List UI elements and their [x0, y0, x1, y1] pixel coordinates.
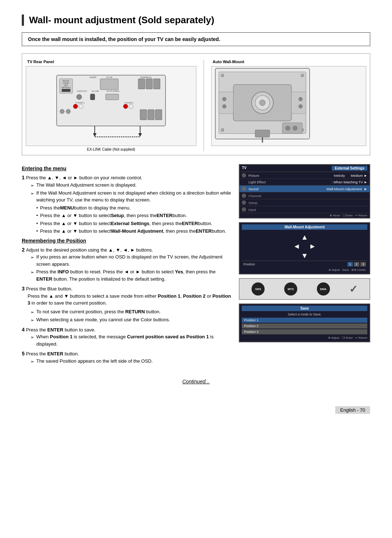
main-content: Entering the menu 1 Press the ▲, ▼, ◄ or…: [22, 164, 370, 368]
checkmark-icon: ✓: [349, 283, 358, 295]
section-heading-remembering: Remembering the Position: [22, 238, 232, 244]
arrow-right: ►: [309, 242, 316, 250]
svg-point-26: [129, 104, 133, 109]
external-settings-title: External Settings: [332, 166, 367, 171]
step-1-number: 1: [22, 175, 25, 180]
melody-label: Melody: [334, 174, 345, 178]
svg-text:DVI IN (HDMI2): DVI IN (HDMI2): [107, 90, 119, 92]
svg-marker-35: [138, 133, 142, 137]
wall-mount-panel-title: Wall-Mount Adjustment: [242, 224, 367, 230]
light-effect-label: Light Effect: [248, 180, 331, 184]
auto-wall-mount-label: Auto Wall-Mount: [211, 60, 244, 64]
diagram-container: TV Rear Panel DIGITAL AUDIO OUT (OPTICAL…: [22, 53, 370, 155]
step-1-arrow-1-text: The Wall Mount Adjustment screen is disp…: [36, 182, 136, 189]
svg-text:G-AUDIO-L: G-AUDIO-L: [124, 102, 134, 104]
svg-rect-13: [146, 79, 152, 89]
step-3-arrow-1-text: To not save the current position, press …: [36, 308, 161, 315]
svg-point-25: [123, 104, 128, 109]
svg-rect-10: [100, 79, 118, 90]
svg-text:(OPTICAL): (OPTICAL): [62, 86, 71, 89]
svg-rect-30: [148, 110, 154, 120]
diagram-left: TV Rear Panel DIGITAL AUDIO OUT (OPTICAL…: [26, 60, 196, 151]
footer-container: English - 70: [22, 395, 370, 414]
step-3-arrow-2: When selecting a save mode, you cannot u…: [30, 316, 232, 323]
svg-point-24: [79, 104, 83, 109]
wall-mount-nav-hint: ⊕ Adjust Save ⊕⊕ Center: [242, 268, 367, 272]
auto-wall-mount-image: [211, 66, 366, 146]
arrow-up: ▲: [301, 233, 308, 241]
instructions-col: Entering the menu 1 Press the ▲, ▼, ◄ or…: [22, 164, 232, 368]
step-4-arrow-1-text: When Position 1 is selected, the message…: [36, 333, 232, 347]
step-1-arrow-2-text: If the Wall Mount Adjustment screen is n…: [36, 189, 232, 204]
section-heading-entering: Entering the menu: [22, 166, 232, 171]
svg-point-49: [222, 97, 226, 101]
tv-rear-panel-label: TV Rear Panel: [26, 60, 54, 64]
save-panel: Save Select a mode to Save. Position 1 P…: [239, 303, 370, 342]
save-panel-title: Save: [242, 306, 367, 311]
svg-point-27: [60, 109, 64, 114]
step-1-bullet-2: Press the ▲ or ▼ button to select Setup,…: [36, 212, 232, 219]
step-1: 1 Press the ▲, ▼, ◄ or ► button on your …: [22, 174, 232, 235]
sound-label: Sound: [248, 187, 324, 191]
svg-point-54: [286, 126, 290, 130]
svg-point-46: [260, 100, 265, 106]
picture-label: Picture: [248, 174, 331, 178]
panel-row-channel: Channel: [240, 192, 369, 199]
color-buttons-panel: SRS MTS DMA ✓: [239, 278, 370, 300]
svg-rect-19: [90, 94, 95, 100]
step-1-bullet-1: Press the MENU button to display the men…: [36, 204, 232, 212]
channel-icon: [242, 193, 246, 198]
step-4: 4 Press the ENTER button to save. When P…: [22, 326, 232, 348]
btn-group-dma: DMA: [317, 282, 330, 296]
footer-text: English - 70: [335, 406, 370, 414]
step-2-number: 2: [22, 247, 25, 253]
external-settings-panel: TV External Settings Picture Melody Medi…: [239, 164, 370, 219]
svg-text:PC IN: PC IN: [106, 76, 112, 78]
step-2-arrow-1-text: If you press an arrow button when no OSD…: [36, 253, 232, 268]
sound-icon: [242, 187, 246, 191]
svg-rect-31: [155, 110, 162, 120]
step-1-bullet-4: Press the ▲ or ▼ button to select Wall-M…: [36, 228, 232, 235]
melody-value: Medium ►: [351, 174, 367, 178]
svg-rect-47: [219, 92, 233, 114]
setup-label: Setup: [248, 201, 257, 205]
svg-text:AUDIO: AUDIO: [89, 76, 96, 78]
svg-text:HDMI IN: HDMI IN: [143, 76, 151, 78]
arrow-left: ◄: [293, 242, 300, 250]
svg-point-55: [293, 126, 297, 130]
position-cell-3: 3: [360, 262, 366, 266]
step-5: 5 Press the ENTER button. The saved Posi…: [22, 350, 232, 365]
position-row: Position 1 2 3: [242, 261, 367, 268]
title-bar: Wall- mount adjustment (Sold separately): [22, 15, 370, 26]
step-2-arrow-2-text: Press the INFO button to reset. Press th…: [36, 268, 232, 282]
step-4-text: Press the ENTER button to save.: [26, 327, 96, 333]
svg-point-41: [221, 129, 224, 131]
step-4-number: 4: [22, 327, 25, 333]
svg-point-28: [66, 109, 70, 114]
subtitle-text: Once the wall mount is installed, the po…: [28, 36, 220, 42]
step-1-arrow-1: The Wall Mount Adjustment screen is disp…: [30, 182, 232, 189]
wall-mount-adjustment-panel: Wall-Mount Adjustment ▲ ◄ ► ▼ Position 1…: [239, 222, 370, 274]
svg-marker-33: [93, 133, 97, 137]
step-3-extra: Press the ▲ and ▼ buttons to select a sa…: [28, 293, 232, 307]
tv-label: TV: [242, 166, 246, 171]
arrow-controls: ▲ ◄ ► ▼: [242, 232, 367, 261]
step-3-text: Press the Blue button.: [26, 286, 73, 292]
external-settings-nav-hint: ⊕ Move ☐ Enter ↩ Return: [240, 213, 369, 218]
page-title: Wall- mount adjustment (Sold separately): [29, 15, 214, 25]
step-5-text: Press the ENTER button.: [26, 351, 79, 356]
screenshots-col: TV External Settings Picture Melody Medi…: [239, 164, 370, 368]
position-cell-2: 2: [354, 262, 359, 266]
arrow-lr-row: ◄ ►: [293, 242, 316, 250]
step-3-arrow-1: To not save the current position, press …: [30, 308, 232, 315]
save-subtitle: Select a mode to Save.: [242, 313, 367, 316]
save-option-3: Position 3: [242, 329, 367, 334]
step-4-details: When Position 1 is selected, the message…: [28, 333, 232, 347]
step-1-text: Press the ▲, ▼, ◄ or ► button on your re…: [26, 175, 142, 180]
step-3: 3 Press the Blue button. Press the ▲ and…: [22, 285, 232, 323]
svg-rect-56: [255, 130, 270, 137]
step-2-details: If you press an arrow button when no OSD…: [28, 253, 232, 282]
step-5-number: 5: [22, 351, 25, 356]
svg-point-23: [73, 104, 78, 109]
svg-point-52: [299, 105, 302, 108]
